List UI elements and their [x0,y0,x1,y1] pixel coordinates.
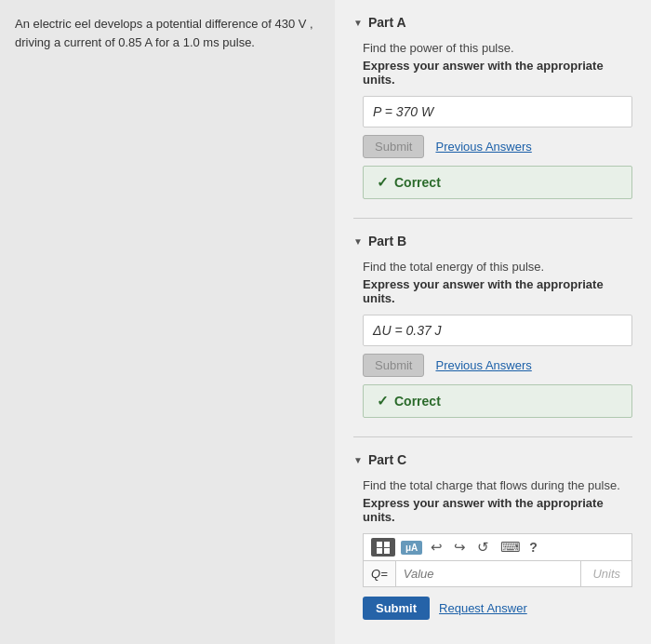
part-a-label: Part A [368,15,406,30]
part-c-toolbar: μA ↩ ↪ ↺ ⌨ ? [363,533,632,560]
part-b-instruction-bold: Express your answer with the appropriate… [363,277,632,305]
part-c-units-placeholder: Units [580,561,631,586]
part-c-submit-button[interactable]: Submit [363,597,430,620]
part-a-submit-button[interactable]: Submit [363,135,424,158]
part-a-correct-label: Correct [394,175,441,190]
part-b-header: ▼ Part B [353,234,632,248]
keyboard-icon[interactable]: ⌨ [498,539,524,556]
divider-bc [353,436,632,437]
unit-badge[interactable]: μA [401,541,422,555]
part-c-section: ▼ Part C Find the total charge that flow… [353,452,632,620]
part-a-chevron-icon[interactable]: ▼ [353,18,363,28]
part-b-instruction: Find the total energy of this pulse. [363,260,632,274]
part-c-input-label: Q = [364,561,396,586]
part-b-section: ▼ Part B Find the total energy of this p… [353,234,632,418]
part-c-input-row: Q = Units [363,560,632,587]
right-panel: ▼ Part A Find the power of this pulse. E… [335,0,651,644]
part-b-correct-box: ✓ Correct [363,384,632,418]
part-c-instruction: Find the total charge that flows during … [363,478,632,492]
part-b-submit-button[interactable]: Submit [363,354,424,377]
part-c-instruction-bold: Express your answer with the appropriate… [363,496,632,524]
part-a-correct-box: ✓ Correct [363,166,632,199]
redo-icon[interactable]: ↪ [451,539,469,556]
part-a-answer-display: P = 370 W [373,104,433,119]
problem-statement: An electric eel develops a potential dif… [0,0,335,644]
problem-text: An electric eel develops a potential dif… [15,15,320,51]
part-c-label: Part C [368,452,406,467]
part-c-chevron-icon[interactable]: ▼ [353,455,363,465]
matrix-icon[interactable] [371,538,395,557]
part-c-body: Find the total charge that flows during … [353,478,632,620]
part-b-answer-display: ΔU = 0.37 J [373,323,442,338]
part-b-label: Part B [368,234,406,248]
refresh-icon[interactable]: ↺ [474,539,492,556]
part-b-button-row: Submit Previous Answers [363,354,632,377]
part-a-instruction: Find the power of this pulse. [363,41,632,55]
part-a-checkmark-icon: ✓ [377,174,389,191]
part-a-instruction-bold: Express your answer with the appropriate… [363,59,632,87]
divider-ab [353,218,632,219]
part-b-answer-box: ΔU = 0.37 J [363,315,632,346]
part-c-header: ▼ Part C [353,452,632,467]
part-a-body: Find the power of this pulse. Express yo… [353,41,632,199]
part-c-value-input[interactable] [396,561,581,586]
part-a-answer-box: P = 370 W [363,96,632,127]
part-b-checkmark-icon: ✓ [377,393,389,409]
part-c-request-answer-link[interactable]: Request Answer [439,601,527,615]
part-a-prev-answers-link[interactable]: Previous Answers [435,140,531,154]
part-b-prev-answers-link[interactable]: Previous Answers [435,358,531,372]
part-c-submit-row: Submit Request Answer [363,597,632,620]
part-a-header: ▼ Part A [353,15,632,30]
part-b-body: Find the total energy of this pulse. Exp… [353,260,632,418]
part-b-chevron-icon[interactable]: ▼ [353,236,363,247]
help-icon[interactable]: ? [529,540,538,555]
part-b-correct-label: Correct [394,394,441,409]
undo-icon[interactable]: ↩ [428,539,445,556]
part-a-button-row: Submit Previous Answers [363,135,632,158]
part-a-section: ▼ Part A Find the power of this pulse. E… [353,15,632,199]
